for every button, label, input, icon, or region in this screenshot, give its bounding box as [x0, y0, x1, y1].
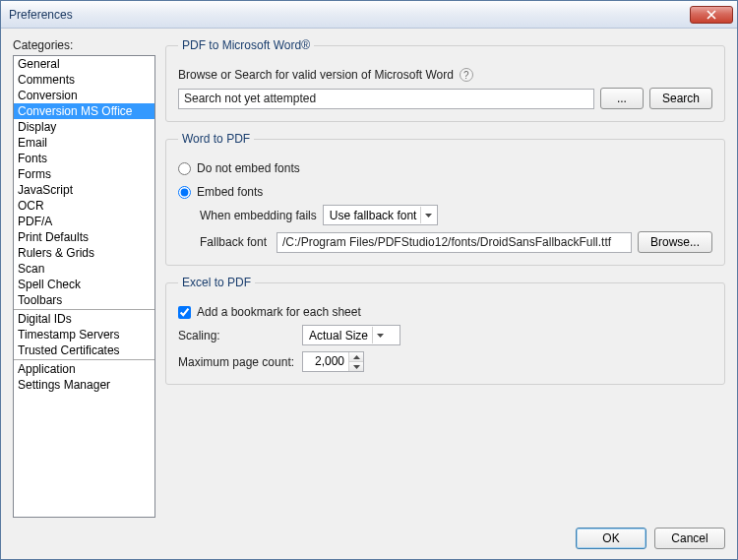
category-item[interactable]: General — [14, 56, 154, 72]
radio-embed-input[interactable] — [178, 186, 191, 199]
category-item[interactable]: Print Defaults — [14, 229, 154, 245]
when-embedding-fails-label: When embedding fails — [200, 209, 317, 222]
spinner-down-button[interactable] — [349, 362, 363, 371]
checkbox-bookmark-label: Add a bookmark for each sheet — [197, 305, 361, 319]
group-excel-to-pdf: Excel to PDF Add a bookmark for each she… — [165, 276, 725, 385]
radio-no-embed[interactable]: Do not embed fonts — [178, 161, 300, 175]
close-icon — [707, 10, 716, 20]
legend-word-to-pdf: Word to PDF — [178, 132, 254, 146]
title-bar: Preferences — [1, 1, 737, 29]
category-item[interactable]: Fonts — [14, 151, 154, 166]
max-page-count-value: 2,000 — [303, 352, 348, 371]
window-title: Preferences — [9, 8, 690, 22]
category-item[interactable]: Display — [14, 119, 154, 135]
close-button[interactable] — [690, 6, 733, 24]
help-icon[interactable]: ? — [460, 68, 473, 82]
dialog-footer: OK Cancel — [13, 518, 725, 549]
chevron-down-icon — [353, 365, 360, 369]
category-item[interactable]: Settings Manager — [14, 377, 154, 393]
radio-no-embed-input[interactable] — [178, 162, 191, 175]
when-embedding-fails-value: Use fallback font — [330, 209, 417, 222]
chevron-up-icon — [353, 355, 360, 359]
fallback-font-label: Fallback font — [200, 235, 271, 249]
category-item[interactable]: Email — [14, 135, 154, 151]
category-item[interactable]: Digital IDs — [14, 311, 154, 327]
scaling-dropdown[interactable]: Actual Size — [302, 325, 400, 345]
category-item[interactable]: Spell Check — [14, 277, 154, 292]
category-item[interactable]: JavaScript — [14, 182, 154, 198]
fallback-browse-button[interactable]: Browse... — [638, 231, 712, 253]
category-item[interactable]: Conversion — [14, 88, 154, 103]
group-word-to-pdf: Word to PDF Do not embed fonts Embed fon… — [165, 132, 725, 266]
word-search-status: Search not yet attempted — [178, 89, 594, 109]
chevron-down-icon — [372, 327, 387, 343]
category-item[interactable]: PDF/A — [14, 214, 154, 229]
category-item[interactable]: Timestamp Servers — [14, 327, 154, 342]
categories-label: Categories: — [13, 38, 155, 52]
category-item[interactable]: Trusted Certificates — [14, 342, 154, 358]
max-page-count-spinner[interactable]: 2,000 — [302, 351, 364, 372]
category-item[interactable]: Comments — [14, 72, 154, 88]
radio-no-embed-label: Do not embed fonts — [197, 161, 300, 175]
category-separator — [14, 309, 154, 310]
checkbox-bookmark-each-sheet[interactable]: Add a bookmark for each sheet — [178, 305, 361, 319]
radio-embed-label: Embed fonts — [197, 185, 263, 199]
spinner-up-button[interactable] — [349, 352, 363, 362]
ok-button[interactable]: OK — [576, 528, 646, 549]
category-separator — [14, 359, 154, 360]
scaling-value: Actual Size — [309, 329, 368, 342]
category-item[interactable]: Toolbars — [14, 292, 154, 308]
cancel-button[interactable]: Cancel — [654, 528, 725, 549]
fallback-font-input[interactable] — [277, 232, 632, 253]
word-browse-button[interactable]: ... — [600, 88, 644, 109]
categories-list[interactable]: GeneralCommentsConversionConversion MS O… — [13, 55, 155, 518]
when-embedding-fails-dropdown[interactable]: Use fallback font — [323, 205, 439, 225]
group-pdf-to-word: PDF to Microsoft Word® Browse or Search … — [165, 38, 725, 122]
scaling-label: Scaling: — [178, 329, 296, 342]
pdf-to-word-instruction: Browse or Search for valid version of Mi… — [178, 68, 454, 82]
category-item[interactable]: Scan — [14, 261, 154, 277]
category-item[interactable]: Conversion MS Office — [14, 103, 154, 119]
chevron-down-icon — [420, 207, 435, 223]
legend-pdf-to-word: PDF to Microsoft Word® — [178, 38, 314, 52]
checkbox-bookmark-input[interactable] — [178, 306, 191, 319]
max-page-count-label: Maximum page count: — [178, 355, 296, 369]
category-item[interactable]: Forms — [14, 166, 154, 182]
category-item[interactable]: OCR — [14, 198, 154, 214]
radio-embed[interactable]: Embed fonts — [178, 185, 263, 199]
category-item[interactable]: Application — [14, 361, 154, 377]
category-item[interactable]: Rulers & Grids — [14, 245, 154, 261]
legend-excel-to-pdf: Excel to PDF — [178, 276, 255, 289]
word-search-button[interactable]: Search — [649, 88, 712, 109]
